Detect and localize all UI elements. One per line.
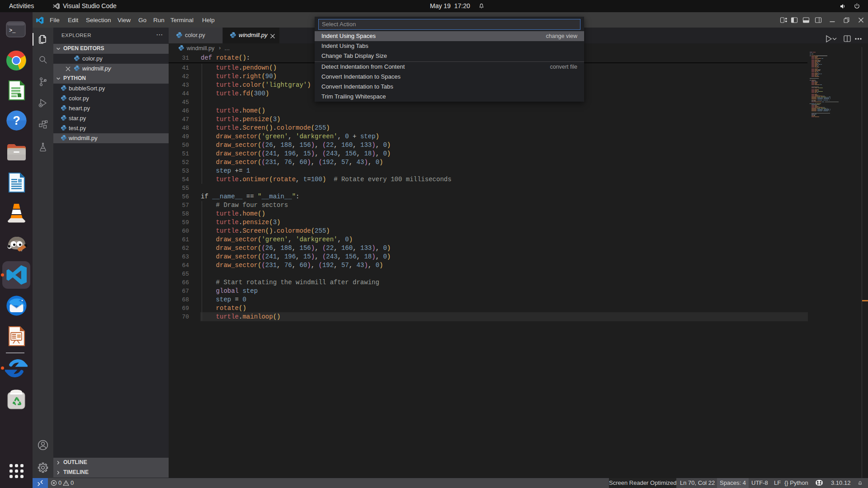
svg-text:>_: >_: [9, 28, 16, 34]
svg-text:?: ?: [13, 114, 20, 127]
